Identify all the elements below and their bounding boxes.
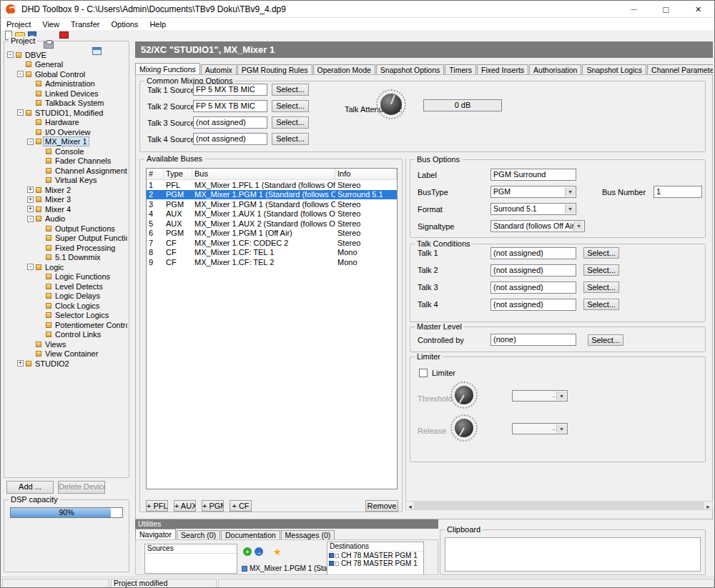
tree-item[interactable]: Clock Logics bbox=[6, 301, 127, 311]
add-assignment-icon[interactable] bbox=[243, 547, 252, 556]
column-header-bus[interactable]: Bus bbox=[192, 169, 335, 179]
tree-expander-icon[interactable]: + bbox=[27, 186, 34, 193]
destination-row[interactable]: CH 78 MASTER PGM 1 bbox=[327, 552, 423, 559]
tree-expander-icon[interactable]: - bbox=[17, 109, 24, 116]
tree-item[interactable]: Logic Delays bbox=[6, 291, 127, 302]
talk-condition-field[interactable]: (not assigned) bbox=[490, 281, 576, 294]
talk-source-select-button[interactable]: Select... bbox=[272, 100, 309, 112]
tree-item[interactable]: Logic Functions bbox=[6, 272, 127, 282]
tree-item[interactable]: Console bbox=[6, 146, 127, 156]
threshold-dropdown[interactable]: - bbox=[512, 390, 568, 402]
tree-item[interactable]: - Audio bbox=[6, 214, 127, 224]
utilities-tab[interactable]: Search (0) bbox=[177, 530, 220, 539]
main-tab[interactable]: Timers bbox=[445, 64, 476, 75]
utilities-tab[interactable]: Messages (0) bbox=[281, 530, 335, 539]
main-tab[interactable]: Authorisation bbox=[529, 64, 581, 75]
talk-source-select-button[interactable]: Select... bbox=[272, 116, 309, 129]
tree-item[interactable]: + Mixer 4 bbox=[6, 204, 127, 214]
assign-arrow-icon[interactable] bbox=[255, 547, 263, 556]
tree-item[interactable]: I/O Overview bbox=[6, 127, 127, 137]
bus-number-field[interactable]: 1 bbox=[654, 186, 702, 198]
talk-attenuation-knob[interactable] bbox=[380, 94, 402, 115]
sources-header[interactable]: Sources bbox=[145, 544, 237, 554]
talk-condition-field[interactable]: (not assigned) bbox=[490, 247, 576, 259]
bus-label-field[interactable]: PGM Surround bbox=[490, 169, 576, 181]
talk-source-field[interactable]: FP 5 MX TB MIC bbox=[193, 100, 267, 112]
tree-item[interactable]: - Global Control bbox=[6, 69, 127, 79]
menu-item[interactable]: Help bbox=[144, 19, 172, 29]
chevron-down-icon[interactable] bbox=[556, 392, 566, 400]
bus-table-row[interactable]: 3 PGM MX_Mixer 1.PGM 1 (Standard (follow… bbox=[147, 199, 397, 209]
column-header-type[interactable]: Type bbox=[164, 169, 192, 179]
buses-table[interactable]: # Type Bus Info 1 PFL MX_Mixer 1.PFL 1 (… bbox=[146, 168, 398, 489]
main-tab[interactable]: PGM Routing Rules bbox=[237, 64, 312, 75]
add-device-button[interactable]: Add ... bbox=[6, 481, 54, 494]
scroll-right-icon[interactable] bbox=[704, 501, 713, 510]
threshold-knob[interactable] bbox=[455, 386, 473, 404]
limiter-checkbox[interactable] bbox=[419, 369, 428, 377]
favorite-star-icon[interactable] bbox=[273, 547, 282, 557]
talk-condition-field[interactable]: (not assigned) bbox=[490, 299, 576, 311]
chevron-down-icon[interactable] bbox=[565, 204, 575, 214]
main-tab[interactable]: Channel Parameter Defaults bbox=[647, 64, 713, 75]
format-dropdown[interactable]: Surround 5.1 bbox=[490, 203, 576, 215]
talk-source-field[interactable]: (not assigned) bbox=[193, 116, 267, 129]
tree-expander-icon[interactable]: - bbox=[27, 264, 34, 270]
tree-item[interactable]: Output Functions bbox=[6, 224, 127, 234]
release-knob[interactable] bbox=[455, 419, 473, 437]
bus-table-row[interactable]: 9 CF MX_Mixer 1.CF: TEL 2 Mono bbox=[147, 257, 397, 267]
tree-item[interactable]: Views bbox=[6, 339, 127, 349]
talk-condition-select-button[interactable]: Select... bbox=[583, 247, 619, 259]
tree-item[interactable]: Fixed Processing bbox=[6, 243, 127, 253]
tree-item[interactable]: + STUDIO2 bbox=[6, 359, 127, 369]
tree-expander-icon[interactable]: - bbox=[17, 71, 24, 77]
chevron-down-icon[interactable] bbox=[573, 221, 583, 231]
tree-item[interactable]: Channel Assignment bbox=[6, 166, 127, 176]
tree-item[interactable]: Administration bbox=[6, 79, 127, 89]
tree-expander-icon[interactable]: + bbox=[27, 196, 34, 203]
scroll-left-icon[interactable] bbox=[405, 501, 415, 510]
talk-source-select-button[interactable]: Select... bbox=[272, 133, 309, 145]
utilities-tab[interactable]: Navigator bbox=[135, 529, 176, 539]
tree-item[interactable]: General bbox=[6, 60, 127, 70]
add-bus-button[interactable]: + CF bbox=[230, 500, 252, 512]
tree-item[interactable]: + Mixer 3 bbox=[6, 195, 127, 205]
minimize-button[interactable] bbox=[618, 1, 650, 18]
tree-item[interactable]: Fader Channels bbox=[6, 156, 127, 166]
release-dropdown[interactable]: - bbox=[512, 423, 568, 434]
tree-expander-icon[interactable]: - bbox=[7, 51, 14, 58]
add-bus-button[interactable]: + AUX bbox=[174, 500, 196, 512]
destination-row[interactable]: CH 78 MASTER PGM 1 bbox=[327, 559, 423, 567]
chevron-down-icon[interactable] bbox=[565, 187, 575, 196]
menu-item[interactable]: View bbox=[36, 19, 65, 29]
delete-device-button[interactable]: Delete Device bbox=[58, 481, 105, 494]
main-tab[interactable]: Mixing Functions bbox=[135, 63, 200, 75]
controlled-by-field[interactable]: (none) bbox=[490, 334, 576, 346]
tree-item[interactable]: - DBVE bbox=[6, 50, 127, 60]
main-tab[interactable]: Fixed Inserts bbox=[477, 64, 528, 75]
talk-condition-select-button[interactable]: Select... bbox=[583, 281, 619, 293]
tree-item[interactable]: - STUDIO1, Modified bbox=[6, 108, 127, 118]
bus-table-row[interactable]: 7 CF MX_Mixer 1.CF: CODEC 2 Stereo bbox=[147, 238, 397, 248]
tree-expander-icon[interactable]: + bbox=[27, 206, 34, 212]
bustype-dropdown[interactable]: PGM bbox=[490, 186, 576, 198]
menu-item[interactable]: Transfer bbox=[65, 19, 106, 29]
tree-expander-icon[interactable]: - bbox=[27, 139, 34, 145]
maximize-button[interactable] bbox=[650, 1, 682, 18]
remove-bus-button[interactable]: Remove bbox=[365, 500, 398, 512]
tree-item[interactable]: Selector Logics bbox=[6, 311, 127, 321]
close-button[interactable] bbox=[682, 1, 714, 18]
signaltype-dropdown[interactable]: Standard (follows Off Air) bbox=[490, 220, 585, 232]
tree-expander-icon[interactable]: + bbox=[17, 360, 24, 367]
main-tab[interactable]: Snapshot Logics bbox=[582, 64, 646, 75]
tree-item[interactable]: + Mixer 2 bbox=[6, 185, 127, 195]
tree-item[interactable]: - MX_Mixer 1 bbox=[6, 137, 127, 147]
tree-item[interactable]: - Logic bbox=[6, 262, 127, 272]
main-tab[interactable]: Operation Mode bbox=[313, 64, 375, 75]
tree-item[interactable]: Hardware bbox=[6, 118, 127, 128]
bus-table-row[interactable]: 1 PFL MX_Mixer 1.PFL 1 (Standard (follow… bbox=[147, 180, 397, 190]
tree-expander-icon[interactable]: - bbox=[27, 216, 34, 222]
menu-item[interactable]: Options bbox=[105, 19, 144, 29]
tree-item[interactable]: 5.1 Downmix bbox=[6, 253, 127, 263]
tree-item[interactable]: Control Links bbox=[6, 330, 127, 340]
